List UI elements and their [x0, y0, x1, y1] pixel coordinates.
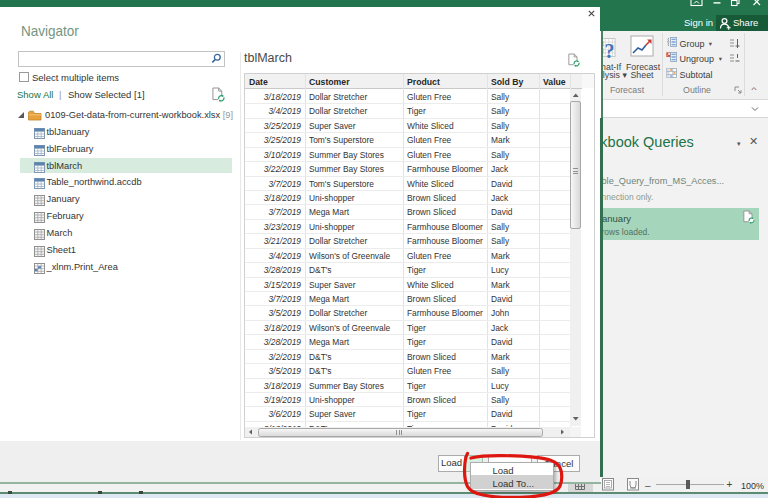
svg-text:?: ?	[605, 40, 615, 60]
